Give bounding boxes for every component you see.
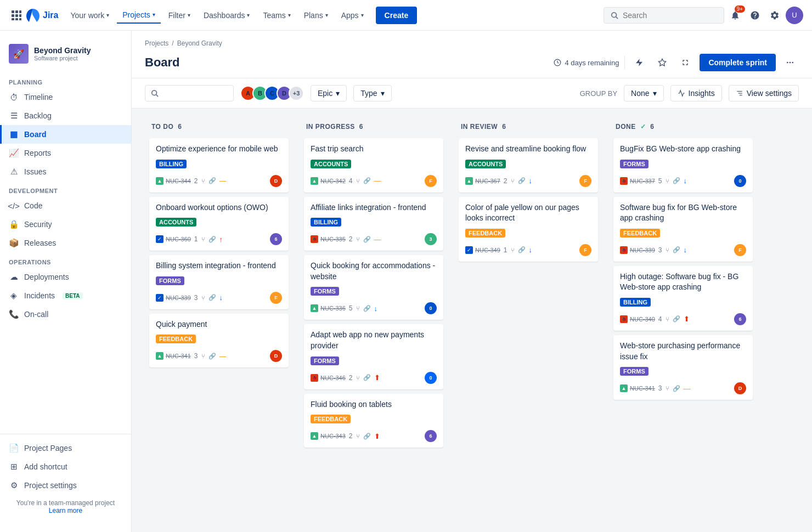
- child-icon: ⑂: [356, 433, 360, 439]
- insights-button[interactable]: Insights: [670, 85, 722, 101]
- complete-sprint-button[interactable]: Complete sprint: [700, 54, 776, 71]
- app-layout: 🚀 Beyond Gravity Software project PLANNI…: [0, 31, 812, 532]
- card-id: ▲ NUC-342: [311, 177, 346, 185]
- help-button[interactable]: [746, 7, 764, 24]
- sidebar-item-issues[interactable]: ⚠ Issues: [0, 162, 131, 181]
- page-header: Projects / Beyond Gravity Board 4 days r…: [132, 31, 812, 78]
- card[interactable]: Software bug fix for BG Web-store app cr…: [613, 197, 753, 262]
- card[interactable]: Quick booking for accommodations - websi…: [304, 255, 443, 320]
- child-icon: ⑂: [666, 247, 669, 253]
- board-search[interactable]: [145, 85, 234, 101]
- sidebar-item-timeline[interactable]: ⏱ Timeline: [0, 88, 131, 106]
- card-id-text: NUC-341: [630, 385, 655, 392]
- card[interactable]: Optimize experience for mobile web BILLI…: [149, 138, 289, 193]
- child-icon: ⑂: [666, 178, 669, 184]
- card[interactable]: High outage: Software bug fix - BG Web-s…: [613, 266, 753, 331]
- card[interactable]: Web-store purchasing performance issue f…: [613, 335, 753, 400]
- sidebar-item-oncall[interactable]: 📞 On-call: [0, 305, 131, 324]
- view-settings-button[interactable]: View settings: [729, 85, 799, 101]
- card-avatar: 3: [425, 233, 437, 245]
- board-icon: ▦: [9, 129, 19, 139]
- card-avatar: F: [579, 175, 591, 187]
- card-id-text: NUC-340: [630, 316, 655, 322]
- board-column-done: DONE ✓ 6 BugFix BG Web-store app crashin…: [609, 117, 757, 523]
- search-input[interactable]: [623, 11, 700, 20]
- group-by-selector[interactable]: None ▾: [624, 85, 663, 101]
- projects-menu[interactable]: Projects▾: [117, 7, 161, 24]
- sidebar-item-backlog[interactable]: ☰ Backlog: [0, 106, 131, 125]
- apps-menu[interactable]: Apps▾: [336, 8, 369, 23]
- breadcrumb-projects[interactable]: Projects: [145, 39, 168, 47]
- card[interactable]: BugFix BG Web-store app crashing FORMS 🐞…: [613, 138, 753, 193]
- card[interactable]: Billing system integration - frontend FO…: [149, 255, 289, 309]
- sidebar-item-project-settings[interactable]: ⚙ Project settings: [0, 476, 131, 495]
- jira-logo[interactable]: Jira: [26, 9, 58, 22]
- filter-menu[interactable]: Filter▾: [163, 8, 196, 23]
- breadcrumb-project[interactable]: Beyond Gravity: [177, 39, 222, 47]
- priority-icon: —: [374, 235, 381, 244]
- learn-more-link[interactable]: Learn more: [49, 507, 82, 514]
- card-avatar: F: [425, 175, 437, 187]
- story-points: 4: [658, 315, 662, 323]
- card-meta: ▲ NUC-341 3 ⑂ 🔗 — D: [156, 350, 282, 362]
- card[interactable]: Adapt web app no new payments provider F…: [304, 324, 443, 389]
- avatar-more[interactable]: +3: [289, 86, 304, 101]
- card[interactable]: Quick payment FEEDBACK ▲ NUC-341 3 ⑂ 🔗 —…: [149, 314, 289, 368]
- star-button[interactable]: [653, 54, 671, 71]
- fullscreen-button[interactable]: [676, 54, 694, 71]
- story-points: 3: [194, 352, 198, 360]
- settings-button[interactable]: [766, 7, 783, 24]
- sidebar-item-add-shortcut[interactable]: ⊞ Add shortcut: [0, 457, 131, 476]
- user-avatar[interactable]: U: [786, 7, 803, 24]
- card[interactable]: Fluid booking on tablets FEEDBACK ▲ NUC-…: [304, 394, 443, 448]
- your-work-menu[interactable]: Your work▾: [65, 8, 115, 23]
- card[interactable]: Color of pale yellow on our pages looks …: [459, 197, 598, 262]
- sidebar-item-security[interactable]: 🔒 Security: [0, 215, 131, 234]
- sidebar-item-project-pages[interactable]: 📄 Project Pages: [0, 439, 131, 457]
- card-title: Quick booking for accommodations - websi…: [311, 261, 437, 282]
- type-filter[interactable]: Type ▾: [353, 85, 391, 101]
- priority-icon: —: [684, 384, 691, 393]
- sidebar-item-incidents[interactable]: ◈ Incidents BETA: [0, 286, 131, 305]
- sidebar-item-code[interactable]: </> Code: [0, 196, 131, 215]
- plans-menu[interactable]: Plans▾: [298, 8, 334, 23]
- card[interactable]: Fast trip search ACCOUNTS ▲ NUC-342 4 ⑂ …: [304, 138, 443, 193]
- card-avatar: D: [270, 350, 282, 362]
- sidebar-item-releases[interactable]: 📦 Releases: [0, 234, 131, 252]
- card[interactable]: Onboard workout options (OWO) ACCOUNTS ✓…: [149, 197, 289, 251]
- settings-icon: ⚙: [9, 480, 19, 490]
- card-id: ▲ NUC-367: [465, 177, 500, 185]
- board-search-input[interactable]: [162, 89, 228, 98]
- card[interactable]: Revise and streamline booking flow ACCOU…: [459, 138, 598, 193]
- card-meta: 🐞 NUC-346 2 ⑂ 🔗 ⬆ 0: [311, 372, 437, 384]
- issues-icon: ⚠: [9, 167, 19, 177]
- create-button[interactable]: Create: [376, 7, 418, 24]
- svg-line-18: [156, 95, 159, 97]
- lightning-button[interactable]: [630, 54, 648, 71]
- project-header[interactable]: 🚀 Beyond Gravity Software project: [0, 39, 131, 72]
- search-box[interactable]: [604, 7, 724, 24]
- card-meta: ▲ NUC-367 2 ⑂ 🔗 ↓ F: [465, 175, 591, 187]
- project-type: Software project: [34, 55, 91, 61]
- card-id-text: NUC-336: [320, 305, 346, 312]
- assignee-filter[interactable]: A B C D +3: [240, 86, 304, 101]
- card[interactable]: Affiliate links integration - frontend B…: [304, 197, 443, 251]
- app-switcher-button[interactable]: [9, 8, 24, 23]
- card-avatar: D: [734, 382, 746, 394]
- card-meta: ▲ NUC-342 4 ⑂ 🔗 — F: [311, 175, 437, 187]
- column-title: IN REVIEW: [461, 123, 498, 131]
- svg-line-10: [616, 16, 618, 19]
- sidebar-item-deployments[interactable]: ☁ Deployments: [0, 268, 131, 286]
- more-options-button[interactable]: [781, 54, 799, 71]
- done-check: ✓: [640, 123, 646, 131]
- breadcrumb: Projects / Beyond Gravity: [145, 39, 799, 47]
- column-count: 6: [650, 123, 654, 131]
- teams-menu[interactable]: Teams▾: [257, 8, 296, 23]
- notifications-button[interactable]: 9+: [726, 7, 744, 24]
- card-id-text: NUC-360: [166, 236, 191, 242]
- card-title: Billing system integration - frontend: [156, 261, 282, 271]
- sidebar-item-board[interactable]: ▦ Board: [0, 125, 131, 144]
- sidebar-item-reports[interactable]: 📈 Reports: [0, 144, 131, 162]
- dashboards-menu[interactable]: Dashboards▾: [198, 8, 256, 23]
- epic-filter[interactable]: Epic ▾: [311, 85, 347, 101]
